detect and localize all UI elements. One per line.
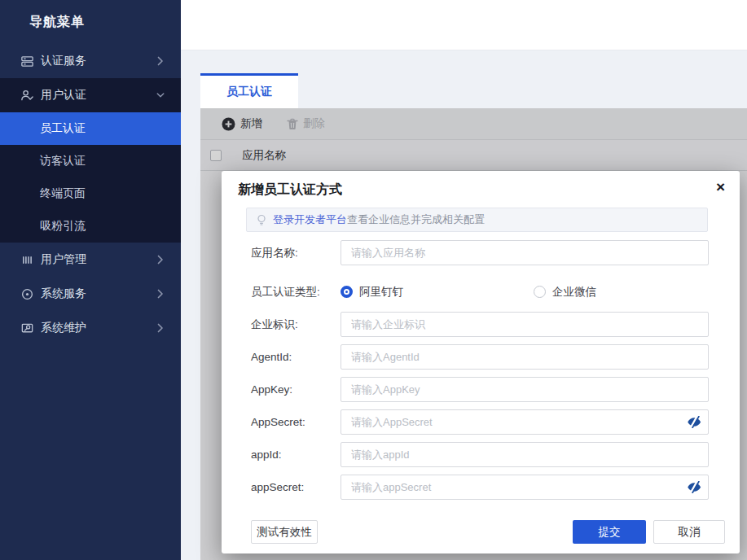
- sidebar-group-user-auth: 用户认证 员工认证 访客认证 终端页面 吸粉引流: [0, 78, 181, 243]
- sidebar-item-system-service[interactable]: 系统服务: [0, 277, 181, 311]
- eye-off-icon[interactable]: [687, 416, 702, 428]
- sidebar-item-fan-drainage[interactable]: 吸粉引流: [0, 210, 181, 243]
- sidebar-item-terminal-page[interactable]: 终端页面: [0, 177, 181, 210]
- field-label: 员工认证类型:: [251, 279, 339, 304]
- form-row-app-key: AppKey:: [251, 377, 710, 402]
- field-label: appSecret:: [251, 475, 339, 500]
- submit-button[interactable]: 提交: [573, 520, 646, 544]
- radio-unselected-icon: [534, 286, 546, 298]
- form-row-corp-id: 企业标识:: [251, 312, 710, 337]
- monitor-tool-icon: [20, 322, 34, 335]
- sidebar-item-user-manage[interactable]: 用户管理: [0, 243, 181, 277]
- sidebar-item-employee-auth[interactable]: 员工认证: [0, 112, 181, 145]
- app-key-input[interactable]: [341, 377, 709, 402]
- sidebar-item-label: 系统服务: [41, 287, 156, 301]
- tip-text: 查看企业信息并完成相关配置: [347, 212, 485, 227]
- sidebar: 导航菜单 认证服务 用户认证: [0, 0, 181, 560]
- radio-selected-icon: [341, 286, 353, 298]
- field-label: 应用名称:: [251, 240, 339, 265]
- field-label: appId:: [251, 442, 339, 467]
- sidebar-item-system-maintain[interactable]: 系统维护: [0, 311, 181, 345]
- corp-id-input[interactable]: [341, 312, 709, 337]
- top-header-bar: [181, 0, 747, 50]
- sidebar-item-label: 用户管理: [41, 252, 156, 267]
- sliders-icon: [20, 253, 34, 267]
- test-validity-button[interactable]: 测试有效性: [251, 520, 318, 544]
- form-row-app-id: appId:: [251, 442, 710, 467]
- add-employee-auth-dialog: 新增员工认证方式 × 登录开发者平台查看企业信息并完成相关配置 应用名称: 员工…: [222, 171, 740, 553]
- chevron-down-icon: [156, 92, 165, 98]
- id-card-icon: [20, 55, 34, 68]
- close-icon[interactable]: ×: [716, 177, 725, 197]
- radio-label: 阿里钉钉: [359, 285, 403, 300]
- appsecret-input[interactable]: [341, 475, 709, 500]
- tab-bar: 员工认证: [200, 73, 747, 108]
- sidebar-item-user-auth[interactable]: 用户认证: [0, 78, 181, 112]
- app-name-input[interactable]: [341, 240, 709, 265]
- eye-off-icon[interactable]: [687, 481, 702, 493]
- form-row-appsecret: appSecret:: [251, 475, 710, 500]
- bulb-icon: [255, 213, 268, 226]
- chevron-right-icon: [156, 289, 165, 299]
- chevron-right-icon: [156, 56, 165, 66]
- field-label: AppSecret:: [251, 409, 339, 435]
- app-secret-input[interactable]: [341, 409, 709, 435]
- appid-input[interactable]: [341, 442, 709, 467]
- user-check-icon: [20, 89, 34, 103]
- form-row-agent-id: AgentId:: [251, 344, 710, 370]
- field-label: 企业标识:: [251, 312, 339, 337]
- cancel-button[interactable]: 取消: [653, 520, 725, 544]
- dialog-title: 新增员工认证方式: [238, 182, 342, 199]
- form-row-app-secret: AppSecret:: [251, 409, 710, 435]
- developer-platform-link[interactable]: 登录开发者平台: [273, 212, 347, 227]
- radio-label: 企业微信: [552, 285, 596, 300]
- sidebar-item-label: 系统维护: [41, 321, 156, 335]
- field-label: AppKey:: [251, 377, 339, 402]
- tip-banner: 登录开发者平台查看企业信息并完成相关配置: [246, 208, 708, 232]
- radio-option-wechat-work[interactable]: 企业微信: [534, 285, 596, 300]
- agent-id-input[interactable]: [341, 344, 709, 370]
- sidebar-item-label: 认证服务: [41, 54, 156, 68]
- field-label: AgentId:: [251, 344, 339, 370]
- form-row-auth-type: 员工认证类型: 阿里钉钉 企业微信: [251, 279, 710, 304]
- form-row-app-name: 应用名称:: [251, 240, 710, 265]
- sidebar-title: 导航菜单: [0, 0, 181, 44]
- sidebar-item-auth-service[interactable]: 认证服务: [0, 44, 181, 78]
- sidebar-item-label: 用户认证: [41, 88, 156, 103]
- chevron-right-icon: [156, 255, 165, 265]
- chevron-right-icon: [156, 323, 165, 333]
- radio-option-dingtalk[interactable]: 阿里钉钉: [341, 285, 403, 300]
- sidebar-item-visitor-auth[interactable]: 访客认证: [0, 145, 181, 177]
- tab-employee-auth[interactable]: 员工认证: [200, 73, 298, 108]
- app-root: 导航菜单 认证服务 用户认证: [0, 0, 747, 560]
- target-icon: [20, 287, 34, 301]
